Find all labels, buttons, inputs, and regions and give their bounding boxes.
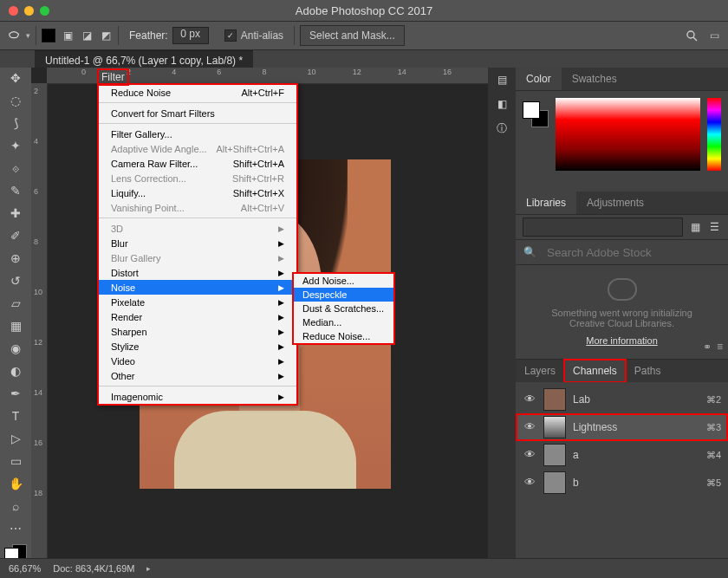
anti-alias-label: Anti-alias — [241, 29, 283, 42]
add-selection-icon[interactable]: ◪ — [80, 29, 94, 42]
selection-swatch — [42, 29, 55, 42]
panel-menu-icon[interactable]: ≡ — [717, 341, 723, 353]
edit-toolbar-icon[interactable]: ⋯ — [3, 522, 28, 536]
tab-libraries[interactable]: Libraries — [516, 192, 576, 214]
select-and-mask-button[interactable]: Select and Mask... — [300, 25, 405, 46]
svg-point-0 — [687, 31, 694, 38]
lasso-tool-icon[interactable]: ⟆ — [3, 116, 28, 130]
options-bar: ▾ ▣ ◪ ◩ Feather: 0 px ✓ Anti-alias Selec… — [0, 21, 728, 50]
canvas-area: 0246810121416 24681012141618 Filter Redu… — [31, 68, 488, 559]
eyedropper-tool-icon[interactable]: ✎ — [3, 184, 28, 198]
menu-pixelate[interactable]: Pixelate▶ — [99, 295, 296, 309]
properties-panel-icon[interactable]: ◧ — [495, 97, 509, 111]
doc-size: Doc: 863,4K/1,69M — [53, 563, 134, 574]
move-tool-icon[interactable]: ✥ — [3, 71, 28, 85]
collapsed-panel-dock: ▤ ◧ ⓘ — [488, 68, 516, 559]
menu-video[interactable]: Video▶ — [99, 354, 296, 368]
menu-sharpen[interactable]: Sharpen▶ — [99, 324, 296, 339]
submenu-add-noise[interactable]: Add Noise... — [294, 274, 393, 288]
anti-alias-checkbox[interactable]: ✓ — [224, 29, 237, 42]
menu-liquify[interactable]: Liquify...Shift+Ctrl+X — [99, 185, 296, 200]
grid-view-icon[interactable]: ▦ — [688, 220, 702, 234]
channel-b[interactable]: 👁 b ⌘5 — [516, 469, 728, 497]
visibility-icon[interactable]: 👁 — [523, 448, 536, 462]
subtract-selection-icon[interactable]: ◩ — [99, 29, 113, 42]
tool-palette: ✥ ◌ ⟆ ✦ ⟐ ✎ ✚ ✐ ⊕ ↺ ▱ ▦ ◉ ◐ ✒ T ▷ ▭ ✋ ⌕ … — [0, 68, 31, 559]
path-select-tool-icon[interactable]: ▷ — [3, 432, 28, 445]
pen-tool-icon[interactable]: ✒ — [3, 386, 28, 400]
new-selection-icon[interactable]: ▣ — [61, 29, 75, 42]
menu-convert-smart-filters[interactable]: Convert for Smart Filters — [99, 106, 296, 120]
menu-imagenomic[interactable]: Imagenomic▶ — [99, 389, 296, 404]
menu-vanishing-point: Vanishing Point...Alt+Ctrl+V — [99, 200, 296, 215]
hand-tool-icon[interactable]: ✋ — [3, 477, 28, 490]
menu-render[interactable]: Render▶ — [99, 309, 296, 324]
menu-blur[interactable]: Blur▶ — [99, 236, 296, 250]
menu-noise[interactable]: Noise▶ — [99, 280, 296, 295]
color-spectrum[interactable] — [556, 98, 700, 171]
info-panel-icon[interactable]: ⓘ — [495, 121, 509, 135]
filter-menu: Reduce NoiseAlt+Ctrl+F Convert for Smart… — [97, 83, 298, 406]
tab-channels[interactable]: Channels — [564, 360, 626, 382]
marquee-tool-icon[interactable]: ◌ — [3, 94, 28, 107]
type-tool-icon[interactable]: T — [3, 409, 28, 423]
clone-stamp-tool-icon[interactable]: ⊕ — [3, 251, 28, 265]
menu-distort[interactable]: Distort▶ — [99, 265, 296, 280]
tab-paths[interactable]: Paths — [626, 360, 670, 382]
tab-adjustments[interactable]: Adjustments — [576, 192, 654, 214]
submenu-despeckle[interactable]: Despeckle — [294, 288, 393, 302]
search-icon: 🔍 — [523, 245, 536, 259]
tab-color[interactable]: Color — [516, 68, 562, 90]
shape-tool-icon[interactable]: ▭ — [3, 454, 28, 468]
feather-input[interactable]: 0 px — [172, 27, 209, 44]
tab-layers[interactable]: Layers — [516, 360, 564, 382]
menu-filter-gallery[interactable]: Filter Gallery... — [99, 127, 296, 141]
eraser-tool-icon[interactable]: ▱ — [3, 296, 28, 310]
right-panel-stack: Color Swatches Libraries Adjustments ▦ ☰ — [516, 68, 728, 559]
title-bar: Adobe Photoshop CC 2017 — [0, 0, 728, 21]
submenu-reduce-noise[interactable]: Reduce Noise... — [294, 329, 393, 343]
feather-label: Feather: — [129, 29, 168, 42]
stock-search-input[interactable] — [542, 243, 721, 262]
history-brush-tool-icon[interactable]: ↺ — [3, 274, 28, 288]
healing-brush-tool-icon[interactable]: ✚ — [3, 206, 28, 220]
visibility-icon[interactable]: 👁 — [523, 420, 536, 434]
gradient-tool-icon[interactable]: ▦ — [3, 319, 28, 333]
channel-a[interactable]: 👁 a ⌘4 — [516, 441, 728, 469]
channel-lightness[interactable]: 👁 Lightness ⌘3 — [516, 413, 728, 441]
brush-tool-icon[interactable]: ✐ — [3, 229, 28, 243]
tool-preset-chevron-icon[interactable]: ▾ — [26, 31, 30, 40]
status-chevron-icon[interactable]: ▸ — [146, 564, 151, 573]
zoom-tool-icon[interactable]: ⌕ — [3, 499, 28, 513]
menu-reduce-noise[interactable]: Reduce NoiseAlt+Ctrl+F — [99, 85, 296, 100]
tab-swatches[interactable]: Swatches — [562, 68, 627, 90]
submenu-dust-scratches[interactable]: Dust & Scratches... — [294, 302, 393, 315]
more-info-link[interactable]: More information — [586, 335, 658, 346]
quick-select-tool-icon[interactable]: ✦ — [3, 139, 28, 153]
link-icon[interactable]: ⚭ — [703, 341, 712, 353]
history-panel-icon[interactable]: ▤ — [495, 73, 509, 87]
crop-tool-icon[interactable]: ⟐ — [3, 161, 28, 175]
menu-stylize[interactable]: Stylize▶ — [99, 339, 296, 354]
filter-menu-label[interactable]: Filter — [97, 68, 129, 86]
document-tab-bar: Untitled-1 @ 66,7% (Layer 1 copy, Lab/8)… — [0, 50, 728, 69]
menu-blur-gallery: Blur Gallery▶ — [99, 250, 296, 265]
blur-tool-icon[interactable]: ◉ — [3, 341, 28, 355]
hue-strip[interactable] — [707, 98, 721, 171]
visibility-icon[interactable]: 👁 — [523, 476, 536, 490]
search-icon[interactable] — [685, 29, 699, 42]
lasso-tool-icon[interactable] — [7, 29, 21, 42]
foreground-background-swatches[interactable] — [523, 101, 549, 127]
list-view-icon[interactable]: ☰ — [707, 220, 721, 234]
menu-camera-raw[interactable]: Camera Raw Filter...Shift+Ctrl+A — [99, 156, 296, 171]
channel-thumbnail — [543, 444, 566, 466]
workspace-icon[interactable]: ▭ — [707, 29, 721, 42]
zoom-level[interactable]: 66,67% — [9, 563, 41, 574]
libraries-panel: ▦ ☰ 🔍 Something went wrong initializingC… — [516, 215, 728, 359]
channel-lab[interactable]: 👁 Lab ⌘2 — [516, 386, 728, 413]
dodge-tool-icon[interactable]: ◐ — [3, 364, 28, 378]
menu-other[interactable]: Other▶ — [99, 368, 296, 383]
library-select[interactable] — [523, 218, 683, 237]
visibility-icon[interactable]: 👁 — [523, 393, 536, 406]
submenu-median[interactable]: Median... — [294, 315, 393, 329]
